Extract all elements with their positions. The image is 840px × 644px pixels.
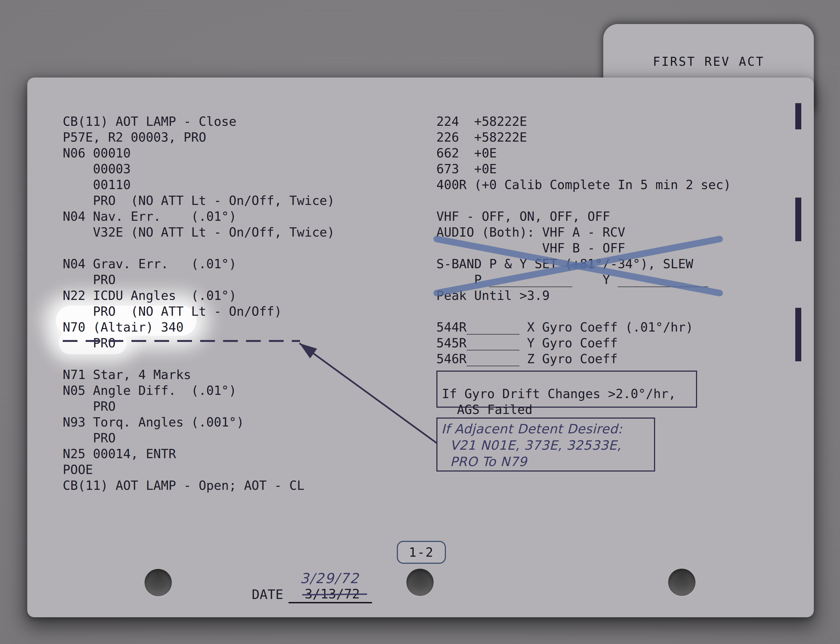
index-tab-label: FIRST REV ACT: [653, 54, 765, 69]
date-label: DATE: [252, 587, 283, 602]
gyro-drift-warning-box: If Gyro Drift Changes >2.0°/hr, AGS Fail…: [436, 371, 697, 408]
handwritten-date: 3/29/72: [300, 570, 359, 586]
index-card: CB(11) AOT LAMP - Close P57E, R2 00003, …: [27, 77, 814, 617]
page-number-label: 1-2: [409, 545, 434, 560]
handwritten-note-box: If Adjacent Detent Desired: V21 N01E, 37…: [436, 417, 655, 472]
edge-tick-mark-1: [795, 103, 801, 129]
divider-dashed-line: [63, 340, 300, 342]
apollo-cue-card-scene: FIRST REV ACT CB(11) AOT LAMP - Close P5…: [0, 0, 840, 644]
gyro-drift-warning-text: If Gyro Drift Changes >2.0°/hr, AGS Fail…: [442, 386, 676, 417]
date-underline: [288, 602, 372, 603]
handwritten-note-line-3: PRO To N79: [450, 453, 654, 470]
page-number-badge: 1-2: [397, 541, 446, 564]
punch-hole-right: [668, 569, 696, 596]
edge-tick-mark-3: [795, 308, 801, 361]
handwritten-note-line-2: V21 N01E, 373E, 32533E,: [450, 437, 654, 453]
left-procedure-text: CB(11) AOT LAMP - Close P57E, R2 00003, …: [63, 113, 335, 493]
punch-hole-center: [406, 569, 434, 596]
sband-crossout: [434, 235, 723, 297]
handwritten-note-line-1: If Adjacent Detent Desired:: [441, 421, 654, 437]
punch-hole-left: [144, 569, 172, 596]
edge-tick-mark-2: [795, 197, 801, 241]
